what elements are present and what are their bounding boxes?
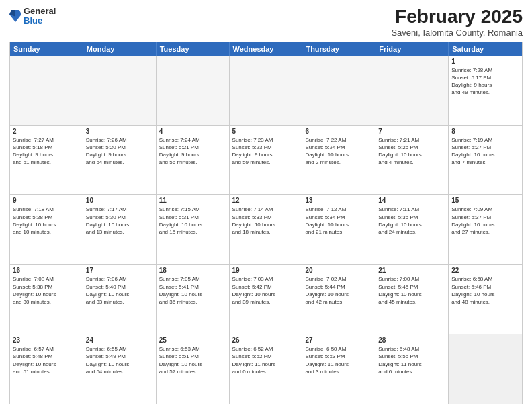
day-info: Sunrise: 7:28 AM Sunset: 5:17 PM Dayligh… — [451, 66, 519, 97]
day-info: Sunrise: 7:27 AM Sunset: 5:18 PM Dayligh… — [13, 136, 80, 167]
calendar-cell: 11Sunrise: 7:15 AM Sunset: 5:31 PM Dayli… — [157, 195, 230, 264]
day-info: Sunrise: 7:26 AM Sunset: 5:20 PM Dayligh… — [86, 136, 153, 167]
calendar-cell: 25Sunrise: 6:53 AM Sunset: 5:51 PM Dayli… — [157, 334, 230, 404]
weekday-header-thursday: Thursday — [302, 42, 375, 56]
day-info: Sunrise: 6:57 AM Sunset: 5:48 PM Dayligh… — [13, 345, 80, 375]
weekday-header-sunday: Sunday — [10, 42, 83, 56]
day-info: Sunrise: 7:17 AM Sunset: 5:30 PM Dayligh… — [86, 205, 153, 236]
day-number: 3 — [86, 128, 153, 135]
calendar-row-2: 9Sunrise: 7:18 AM Sunset: 5:28 PM Daylig… — [10, 194, 522, 264]
day-number: 9 — [13, 197, 80, 204]
calendar-cell: 8Sunrise: 7:19 AM Sunset: 5:27 PM Daylig… — [449, 126, 522, 195]
day-info: Sunrise: 7:06 AM Sunset: 5:40 PM Dayligh… — [86, 275, 153, 306]
day-info: Sunrise: 7:02 AM Sunset: 5:44 PM Dayligh… — [305, 275, 372, 306]
day-info: Sunrise: 7:14 AM Sunset: 5:33 PM Dayligh… — [232, 205, 300, 236]
day-number: 5 — [232, 128, 300, 135]
calendar-cell: 23Sunrise: 6:57 AM Sunset: 5:48 PM Dayli… — [10, 334, 83, 404]
calendar-cell — [157, 56, 230, 125]
day-number: 17 — [86, 267, 153, 274]
day-info: Sunrise: 7:15 AM Sunset: 5:31 PM Dayligh… — [159, 205, 226, 236]
day-info: Sunrise: 6:52 AM Sunset: 5:52 PM Dayligh… — [232, 345, 300, 375]
day-number: 16 — [13, 267, 80, 274]
day-info: Sunrise: 7:05 AM Sunset: 5:41 PM Dayligh… — [159, 275, 226, 306]
calendar-cell — [83, 56, 157, 125]
calendar-cell: 12Sunrise: 7:14 AM Sunset: 5:33 PM Dayli… — [230, 195, 303, 264]
calendar-cell: 17Sunrise: 7:06 AM Sunset: 5:40 PM Dayli… — [83, 265, 157, 334]
day-number: 10 — [86, 197, 153, 204]
day-info: Sunrise: 7:23 AM Sunset: 5:23 PM Dayligh… — [232, 136, 300, 167]
calendar-header: SundayMondayTuesdayWednesdayThursdayFrid… — [10, 42, 522, 56]
day-info: Sunrise: 7:00 AM Sunset: 5:45 PM Dayligh… — [378, 275, 445, 306]
weekday-header-friday: Friday — [375, 42, 449, 56]
calendar-cell: 7Sunrise: 7:21 AM Sunset: 5:25 PM Daylig… — [375, 126, 449, 195]
calendar-cell: 9Sunrise: 7:18 AM Sunset: 5:28 PM Daylig… — [10, 195, 83, 264]
calendar-cell — [375, 56, 449, 125]
calendar-cell: 1Sunrise: 7:28 AM Sunset: 5:17 PM Daylig… — [449, 56, 522, 125]
logo-icon — [9, 9, 21, 24]
day-info: Sunrise: 7:24 AM Sunset: 5:21 PM Dayligh… — [159, 136, 226, 167]
day-number: 8 — [451, 128, 519, 135]
day-number: 28 — [378, 336, 445, 344]
calendar-cell: 26Sunrise: 6:52 AM Sunset: 5:52 PM Dayli… — [230, 334, 303, 404]
calendar-body: 1Sunrise: 7:28 AM Sunset: 5:17 PM Daylig… — [10, 56, 522, 404]
calendar-cell: 28Sunrise: 6:48 AM Sunset: 5:55 PM Dayli… — [375, 334, 449, 404]
logo-general: General — [24, 7, 56, 16]
day-number: 23 — [13, 336, 80, 344]
day-info: Sunrise: 7:08 AM Sunset: 5:38 PM Dayligh… — [13, 275, 80, 306]
weekday-header-monday: Monday — [83, 42, 157, 56]
calendar-row-4: 23Sunrise: 6:57 AM Sunset: 5:48 PM Dayli… — [10, 334, 522, 404]
day-number: 14 — [378, 197, 445, 204]
logo: General Blue — [9, 7, 56, 26]
calendar-cell: 6Sunrise: 7:22 AM Sunset: 5:24 PM Daylig… — [302, 126, 375, 195]
calendar-cell: 3Sunrise: 7:26 AM Sunset: 5:20 PM Daylig… — [83, 126, 157, 195]
title-block: February 2025 Saveni, Ialomita County, R… — [391, 7, 523, 38]
day-number: 4 — [159, 128, 226, 135]
day-number: 27 — [305, 336, 372, 344]
calendar-cell — [10, 56, 83, 125]
calendar-cell: 15Sunrise: 7:09 AM Sunset: 5:37 PM Dayli… — [449, 195, 522, 264]
logo-text: General Blue — [24, 7, 56, 26]
day-number: 22 — [451, 267, 519, 274]
day-info: Sunrise: 7:09 AM Sunset: 5:37 PM Dayligh… — [451, 205, 519, 236]
calendar-cell: 5Sunrise: 7:23 AM Sunset: 5:23 PM Daylig… — [230, 126, 303, 195]
calendar-cell: 27Sunrise: 6:50 AM Sunset: 5:53 PM Dayli… — [302, 334, 375, 404]
day-info: Sunrise: 7:22 AM Sunset: 5:24 PM Dayligh… — [305, 136, 372, 167]
calendar-row-3: 16Sunrise: 7:08 AM Sunset: 5:38 PM Dayli… — [10, 264, 522, 334]
day-info: Sunrise: 6:55 AM Sunset: 5:49 PM Dayligh… — [86, 345, 153, 375]
day-info: Sunrise: 7:03 AM Sunset: 5:42 PM Dayligh… — [232, 275, 300, 306]
calendar-cell — [449, 334, 522, 404]
day-number: 25 — [159, 336, 226, 344]
calendar-row-0: 1Sunrise: 7:28 AM Sunset: 5:17 PM Daylig… — [10, 56, 522, 125]
day-number: 20 — [305, 267, 372, 274]
calendar-cell: 10Sunrise: 7:17 AM Sunset: 5:30 PM Dayli… — [83, 195, 157, 264]
day-info: Sunrise: 6:50 AM Sunset: 5:53 PM Dayligh… — [305, 345, 372, 375]
day-info: Sunrise: 6:48 AM Sunset: 5:55 PM Dayligh… — [378, 345, 445, 375]
header: General Blue February 2025 Saveni, Ialom… — [9, 7, 523, 38]
calendar-cell: 16Sunrise: 7:08 AM Sunset: 5:38 PM Dayli… — [10, 265, 83, 334]
logo-blue: Blue — [24, 16, 56, 26]
calendar-cell — [230, 56, 303, 125]
day-number: 6 — [305, 128, 372, 135]
calendar: SundayMondayTuesdayWednesdayThursdayFrid… — [9, 42, 523, 404]
weekday-header-tuesday: Tuesday — [157, 42, 230, 56]
title-location: Saveni, Ialomita County, Romania — [391, 28, 523, 38]
title-month: February 2025 — [391, 7, 523, 28]
day-number: 18 — [159, 267, 226, 274]
calendar-cell: 2Sunrise: 7:27 AM Sunset: 5:18 PM Daylig… — [10, 126, 83, 195]
calendar-cell — [302, 56, 375, 125]
calendar-cell: 24Sunrise: 6:55 AM Sunset: 5:49 PM Dayli… — [83, 334, 157, 404]
day-info: Sunrise: 7:18 AM Sunset: 5:28 PM Dayligh… — [13, 205, 80, 236]
day-info: Sunrise: 7:19 AM Sunset: 5:27 PM Dayligh… — [451, 136, 519, 167]
day-number: 24 — [86, 336, 153, 344]
day-number: 19 — [232, 267, 300, 274]
day-info: Sunrise: 7:11 AM Sunset: 5:35 PM Dayligh… — [378, 205, 445, 236]
calendar-cell: 4Sunrise: 7:24 AM Sunset: 5:21 PM Daylig… — [157, 126, 230, 195]
calendar-row-1: 2Sunrise: 7:27 AM Sunset: 5:18 PM Daylig… — [10, 125, 522, 195]
day-info: Sunrise: 6:58 AM Sunset: 5:46 PM Dayligh… — [451, 275, 519, 306]
weekday-header-saturday: Saturday — [449, 42, 522, 56]
day-info: Sunrise: 7:12 AM Sunset: 5:34 PM Dayligh… — [305, 205, 372, 236]
day-number: 26 — [232, 336, 300, 344]
calendar-cell: 20Sunrise: 7:02 AM Sunset: 5:44 PM Dayli… — [302, 265, 375, 334]
day-number: 2 — [13, 128, 80, 135]
page: General Blue February 2025 Saveni, Ialom… — [0, 0, 532, 411]
